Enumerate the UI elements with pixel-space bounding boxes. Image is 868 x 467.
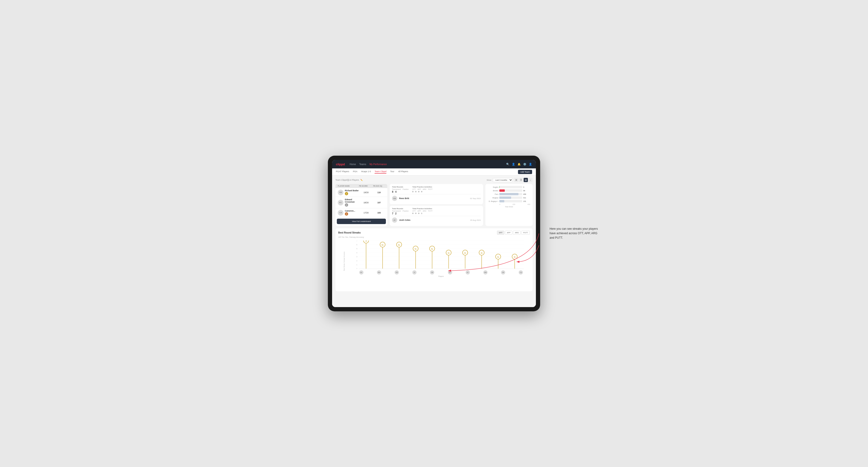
bar-container bbox=[499, 189, 522, 192]
bar-fill bbox=[499, 186, 500, 188]
avatar: RB bbox=[338, 190, 343, 195]
arg-val: 0 bbox=[418, 191, 419, 193]
avatar: BM bbox=[377, 270, 381, 275]
practice-label: Practice bbox=[403, 210, 408, 212]
bar-fill bbox=[499, 196, 511, 199]
sub-nav-pga[interactable]: PGA bbox=[353, 170, 357, 174]
tournament-label: Tournament bbox=[392, 210, 401, 212]
filter-arg[interactable]: ARG bbox=[513, 231, 521, 235]
app-label: APP bbox=[417, 210, 421, 212]
practice-values: 0 0 0 1 bbox=[412, 212, 432, 214]
bar-value: 96 bbox=[523, 190, 530, 192]
nav-links: Home Teams My Performance bbox=[349, 163, 506, 165]
practice-activities-group: Total Practice Activities OTT APP ARG PU… bbox=[412, 208, 432, 214]
rank-badge: 3 bbox=[345, 212, 348, 216]
app-val: 0 bbox=[415, 212, 416, 214]
bar-chart-axis: 0 200 400 bbox=[488, 204, 530, 205]
table-row[interactable]: RB Richard Butler 1 19/20 110 bbox=[335, 188, 387, 197]
bar-label: Bogeys bbox=[488, 197, 498, 199]
svg-text:1: 1 bbox=[356, 264, 357, 266]
rounds-panel: Total Rounds Tournament Practice 8 4 bbox=[390, 184, 483, 226]
x-axis-label: Players bbox=[352, 276, 530, 277]
sub-nav-pgat[interactable]: PGAT Players bbox=[336, 170, 349, 174]
streak-filter-buttons: OTT APP ARG PUTT bbox=[497, 231, 530, 235]
bar-chart-panel: Eagles 3 Birdies 96 bbox=[486, 184, 533, 226]
arg-val: 0 bbox=[418, 212, 419, 214]
avatar: CA bbox=[338, 210, 343, 216]
main-content: Team Clippd | 14 Players ✏️ Show Last 3 … bbox=[332, 176, 536, 307]
app-logo: clippd bbox=[336, 162, 345, 166]
list-view-icon[interactable]: ☰ bbox=[519, 178, 523, 182]
avatar: DF bbox=[466, 270, 470, 275]
nav-home[interactable]: Home bbox=[349, 163, 356, 165]
edit-icon[interactable]: ✏️ bbox=[361, 179, 363, 181]
y-axis-title: Best Streak, Fairway Accuracy bbox=[343, 259, 345, 271]
svg-text:2: 2 bbox=[356, 260, 357, 261]
filter-putt[interactable]: PUTT bbox=[521, 231, 530, 235]
sub-nav-tour[interactable]: Tour bbox=[390, 170, 394, 174]
chart-view-icon[interactable]: ↓ bbox=[528, 178, 533, 182]
round-player-name: Rees Britt bbox=[399, 197, 468, 199]
streaks-section: Best Round Streaks OTT APP ARG PUTT Off … bbox=[335, 228, 533, 291]
avatar: MM bbox=[483, 270, 488, 275]
bar-row-eagles: Eagles 3 bbox=[488, 186, 530, 188]
bar-label: Pars bbox=[488, 193, 498, 195]
search-icon[interactable]: 🔍 bbox=[506, 163, 509, 166]
rounds-sub-labels: Tournament Practice bbox=[392, 188, 408, 190]
team-header: Team Clippd | 14 Players ✏️ Show Last 3 … bbox=[335, 178, 533, 182]
sub-nav-all-players[interactable]: All Players bbox=[398, 170, 408, 174]
bar-row-bogeys: Bogeys 311 bbox=[488, 196, 530, 199]
arg-label: ARG bbox=[423, 210, 426, 212]
grid-view-icon[interactable]: ⊞ bbox=[514, 178, 519, 182]
filter-app[interactable]: APP bbox=[505, 231, 512, 235]
filter-ott[interactable]: OTT bbox=[497, 231, 504, 235]
avatar: EC bbox=[338, 200, 343, 206]
settings-icon[interactable]: ⚙️ bbox=[523, 163, 526, 166]
ott-label: OTT bbox=[412, 210, 415, 212]
leaderboard-panel: PLAYER NAME PB SCORE PB AVG SQ RB Richar… bbox=[335, 184, 387, 226]
player-avg: 103 bbox=[373, 212, 385, 214]
tournament-val: 8 bbox=[392, 191, 394, 193]
practice-label: Practice bbox=[403, 188, 408, 190]
card-view-icon[interactable]: ▤ bbox=[524, 178, 528, 182]
svg-text:4x: 4x bbox=[448, 252, 450, 254]
avatar-icon[interactable]: 👤 bbox=[529, 163, 532, 166]
nav-my-performance[interactable]: My Performance bbox=[369, 163, 386, 165]
app-label: APP bbox=[417, 188, 421, 190]
annotation-box: Here you can see streaks your players ha… bbox=[550, 227, 601, 240]
add-team-button[interactable]: Add Team bbox=[518, 170, 532, 174]
round-card-header: RB Rees Britt 02 Sep 2023 bbox=[392, 194, 481, 201]
table-row[interactable]: EC Edward Crossman 2 18/20 107 bbox=[335, 197, 387, 208]
svg-text:3x: 3x bbox=[497, 256, 499, 258]
total-rounds-label: Total Rounds bbox=[392, 186, 408, 188]
svg-text:7: 7 bbox=[356, 241, 357, 242]
view-full-leaderboard-button[interactable]: View Full Leaderboard bbox=[337, 219, 386, 224]
bar-label: Birdies bbox=[488, 190, 498, 192]
show-label: Show bbox=[487, 179, 491, 181]
streaks-header: Best Round Streaks OTT APP ARG PUTT bbox=[338, 231, 530, 235]
sub-nav-team-clippd[interactable]: Team Clippd bbox=[375, 170, 386, 174]
svg-text:5x: 5x bbox=[431, 248, 433, 250]
svg-text:6x: 6x bbox=[398, 244, 400, 246]
avatar: EE bbox=[359, 270, 364, 275]
period-select[interactable]: Last 3 months bbox=[493, 178, 513, 182]
bell-icon[interactable]: 🔔 bbox=[518, 163, 521, 166]
svg-text:0: 0 bbox=[356, 268, 357, 269]
player-name: Cameron... bbox=[345, 210, 355, 212]
rank-badge: 1 bbox=[345, 192, 348, 195]
player-score: 17/20 bbox=[359, 212, 373, 214]
nav-teams[interactable]: Teams bbox=[359, 163, 366, 165]
axis-200: 200 bbox=[513, 204, 516, 205]
col-player-name: PLAYER NAME bbox=[338, 185, 359, 187]
svg-text:3x: 3x bbox=[514, 256, 516, 258]
axis-400: 400 bbox=[527, 204, 530, 205]
table-row[interactable]: CA Cameron... 3 17/20 103 bbox=[335, 208, 387, 217]
bar-value: 3 bbox=[523, 186, 530, 188]
sub-nav-hcaps[interactable]: Hcaps 1-5 bbox=[361, 170, 371, 174]
player-name: Richard Butler bbox=[345, 189, 359, 192]
ott-val: 0 bbox=[412, 191, 413, 193]
svg-text:7x: 7x bbox=[365, 241, 367, 242]
user-icon[interactable]: 👤 bbox=[512, 163, 515, 166]
sub-nav: PGAT Players PGA Hcaps 1-5 Team Clippd T… bbox=[332, 168, 536, 176]
axis-0: 0 bbox=[499, 204, 500, 205]
